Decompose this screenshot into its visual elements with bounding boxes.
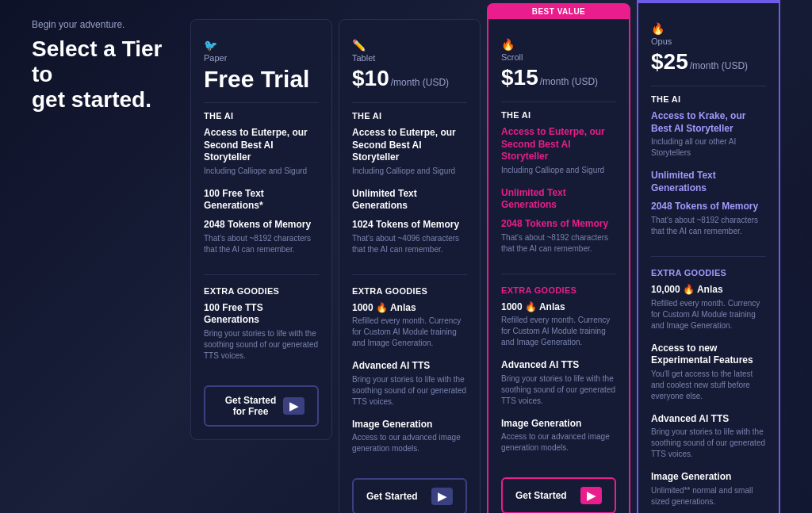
ai-feature-free-1: 100 Free Text Generations* <box>204 188 319 214</box>
ai-feature-desc-free-0: Including Calliope and Sigurd <box>204 166 319 177</box>
page-headline: Select a Tier to get started. <box>32 36 174 113</box>
headline-line1: Select a Tier to <box>32 36 162 86</box>
divider-goodies-tablet <box>352 274 467 275</box>
goodie-tablet-1: Advanced AI TTSBring your stories to lif… <box>352 360 467 414</box>
card-tablet: ✏️Tablet$10/month (USD)The AIAccess to E… <box>339 19 481 513</box>
divider-ai-free <box>204 102 319 103</box>
goodies-title-scroll: Extra Goodies <box>501 285 616 295</box>
ai-feature-title-tablet-2: 1024 Tokens of Memory <box>352 219 467 232</box>
card-header-scroll: 🔥Scroll$15/month (USD) <box>501 21 616 94</box>
goodies-title-free: Extra Goodies <box>204 286 319 296</box>
goodie-desc-opus-0: Refilled every month. Currency for Custo… <box>651 298 766 331</box>
goodie-opus-0: 10,000 🔥 AnlasRefilled every month. Curr… <box>651 284 766 338</box>
divider-ai-scroll <box>501 101 616 102</box>
tier-icon-scroll: 🔥 <box>501 38 616 51</box>
ai-feature-opus-2: 2048 Tokens of MemoryThat's about ~8192 … <box>651 201 766 243</box>
ai-feature-desc-free-2: That's about ~8192 characters that the A… <box>204 233 319 255</box>
goodie-title-opus-1: Access to new Experimental Features <box>651 343 766 367</box>
ai-feature-desc-tablet-0: Including Calliope and Sigurd <box>352 166 467 177</box>
price-big-scroll: $15 <box>501 65 538 90</box>
price-unit-opus: /month (USD) <box>690 60 748 71</box>
begin-text: Begin your adventure. <box>32 19 174 30</box>
ai-feature-scroll-2: 2048 Tokens of MemoryThat's about ~8192 … <box>501 218 616 261</box>
ai-feature-scroll-0: Access to Euterpe, our Second Best AI St… <box>501 126 616 182</box>
cta-arrow-free: ▶ <box>283 397 304 415</box>
card-free: 🐦PaperFree TrialThe AIAccess to Euterpe,… <box>190 19 332 440</box>
goodie-desc-scroll-1: Bring your stories to life with the soot… <box>501 373 616 407</box>
goodie-desc-tablet-0: Refilled every month. Currency for Custo… <box>352 316 467 349</box>
goodie-title-opus-3: Image Generation <box>651 471 766 484</box>
cards-section: 🐦PaperFree TrialThe AIAccess to Euterpe,… <box>190 19 780 513</box>
ai-feature-tablet-1: Unlimited Text Generations <box>352 188 467 214</box>
cta-button-scroll[interactable]: Get Started▶ <box>501 477 616 513</box>
goodie-tablet-2: Image GenerationAccess to our advanced i… <box>352 419 467 461</box>
goodie-tablet-0: 1000 🔥 AnlasRefilled every month. Curren… <box>352 302 467 356</box>
goodie-opus-1: Access to new Experimental FeaturesYou'l… <box>651 343 766 408</box>
ai-feature-desc-opus-2: That's about ~8192 characters that the A… <box>651 215 766 237</box>
goodie-scroll-1: Advanced AI TTSBring your stories to lif… <box>501 359 616 413</box>
goodie-desc-tablet-2: Access to our advanced image generation … <box>352 432 467 454</box>
goodie-title-scroll-2: Image Generation <box>501 418 616 431</box>
goodie-desc-opus-1: You'll get access to the latest and cool… <box>651 369 766 402</box>
goodie-scroll-2: Image GenerationAccess to our advanced i… <box>501 418 616 461</box>
price-big-opus: $25 <box>651 49 688 75</box>
goodie-opus-3: Image GenerationUnlimited** normal and s… <box>651 471 766 513</box>
ai-feature-opus-1: Unlimited Text Generations <box>651 170 766 196</box>
ai-feature-title-free-1: 100 Free Text Generations* <box>204 188 319 212</box>
goodie-desc-scroll-0: Refilled every month. Currency for Custo… <box>501 315 616 348</box>
price-row-scroll: $15/month (USD) <box>501 65 616 90</box>
ai-feature-title-scroll-2: 2048 Tokens of Memory <box>501 218 616 231</box>
ai-feature-title-scroll-0: Access to Euterpe, our Second Best AI St… <box>501 126 616 163</box>
goodie-desc-free-0: Bring your stories to life with the soot… <box>204 328 319 362</box>
card-header-tablet: ✏️Tablet$10/month (USD) <box>352 36 467 94</box>
goodie-title-opus-0: 10,000 🔥 Anlas <box>651 284 766 297</box>
ai-feature-title-opus-0: Access to Krake, our Best AI Storyteller <box>651 110 766 135</box>
goodie-title-opus-2: Advanced AI TTS <box>651 413 766 426</box>
ai-feature-tablet-2: 1024 Tokens of MemoryThat's about ~4096 … <box>352 219 467 262</box>
tier-icon-tablet: ✏️ <box>352 39 467 52</box>
goodie-title-scroll-1: Advanced AI TTS <box>501 359 616 372</box>
goodie-title-tablet-2: Image Generation <box>352 419 467 431</box>
ai-feature-free-2: 2048 Tokens of MemoryThat's about ~8192 … <box>204 219 319 262</box>
goodie-free-0: 100 Free TTS GenerationsBring your stori… <box>204 302 319 368</box>
cta-arrow-scroll: ▶ <box>580 487 602 504</box>
ai-section-title-tablet: The AI <box>352 111 467 121</box>
ai-feature-title-tablet-1: Unlimited Text Generations <box>352 188 467 212</box>
tier-label-free: Paper <box>204 53 319 63</box>
divider-ai-opus <box>651 86 766 86</box>
ai-feature-title-tablet-0: Access to Euterpe, our Second Best AI St… <box>352 127 467 164</box>
price-unit-scroll: /month (USD) <box>540 76 598 87</box>
cta-button-free[interactable]: Get Started for Free▶ <box>204 385 319 427</box>
ai-feature-title-opus-1: Unlimited Text Generations <box>651 170 766 194</box>
ai-feature-title-opus-2: 2048 Tokens of Memory <box>651 201 766 213</box>
tier-label-opus: Opus <box>651 36 766 46</box>
tier-label-tablet: Tablet <box>352 53 467 63</box>
price-unit-tablet: /month (USD) <box>391 77 449 88</box>
goodie-title-free-0: 100 Free TTS Generations <box>204 302 319 327</box>
goodie-scroll-0: 1000 🔥 AnlasRefilled every month. Curren… <box>501 301 616 355</box>
ai-feature-title-free-2: 2048 Tokens of Memory <box>204 219 319 232</box>
best-value-badge: Best Value <box>488 4 630 19</box>
divider-goodies-scroll <box>501 274 616 274</box>
ai-feature-free-0: Access to Euterpe, our Second Best AI St… <box>204 127 319 183</box>
cta-label-free: Get Started for Free <box>218 395 283 417</box>
goodie-desc-opus-2: Bring your stories to life with the soot… <box>651 427 766 460</box>
goodie-title-scroll-0: 1000 🔥 Anlas <box>501 301 616 314</box>
goodies-title-opus: Extra Goodies <box>651 268 766 278</box>
divider-goodies-opus <box>651 256 766 257</box>
ai-feature-scroll-1: Unlimited Text Generations <box>501 187 616 213</box>
headline-line2: get started. <box>32 87 151 112</box>
cta-button-tablet[interactable]: Get Started▶ <box>352 478 467 513</box>
goodie-desc-tablet-1: Bring your stories to life with the soot… <box>352 374 467 408</box>
goodie-title-tablet-0: 1000 🔥 Anlas <box>352 302 467 315</box>
card-opus: For the Enthusiast🔥Opus$25/month (USD)Th… <box>637 0 780 513</box>
cta-label-scroll: Get Started <box>515 490 567 501</box>
tier-icon-opus: 🔥 <box>651 22 766 35</box>
divider-goodies-free <box>204 274 319 275</box>
divider-ai-tablet <box>352 102 467 103</box>
price-row-tablet: $10/month (USD) <box>352 66 467 91</box>
ai-feature-desc-scroll-0: Including Calliope and Sigurd <box>501 165 616 176</box>
ai-feature-tablet-0: Access to Euterpe, our Second Best AI St… <box>352 127 467 183</box>
card-header-opus: 🔥Opus$25/month (USD) <box>651 5 766 78</box>
ai-section-title-free: The AI <box>204 111 319 121</box>
